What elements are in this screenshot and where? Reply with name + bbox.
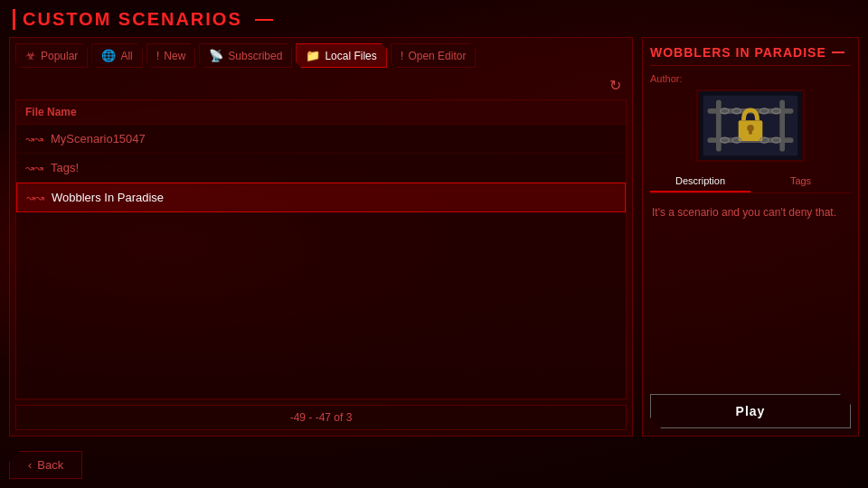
svg-rect-5 [779,100,785,152]
tags-tab-label: Tags [790,175,811,186]
list-item[interactable]: ↝↝ Tags! [16,154,626,183]
editor-exclamation-icon: ! [401,49,404,62]
refresh-row: ↻ [15,75,627,96]
biohazard-icon: ☣ [25,49,36,62]
svg-rect-4 [716,100,722,152]
back-arrow-icon: ‹ [28,458,32,472]
file-row-arrow-icon-3: ↝↝ [26,192,44,204]
exclamation-icon: ! [156,49,160,62]
file-row-arrow-icon-1: ↝↝ [25,133,43,145]
content-area: ☣ Popular 🌐 All ! New 📡 Subscribed 📁 [9,37,859,436]
play-button[interactable]: Play [650,394,851,428]
header: CUSTOM SCENARIOS [9,9,859,30]
list-item-selected[interactable]: ↝↝ Wobblers In Paradise [16,183,626,212]
file-row-name-3: Wobblers In Paradise [52,191,164,204]
satellite-icon: 📡 [209,49,223,62]
tab-tags[interactable]: Tags [750,171,851,192]
description-tab-label: Description [675,175,725,186]
back-button-label: Back [37,458,63,472]
globe-icon: 🌐 [101,49,116,62]
author-label: Author: [650,73,851,84]
pagination: -49 - -47 of 3 [15,405,627,430]
tab-popular[interactable]: ☣ Popular [15,43,88,68]
svg-rect-8 [749,129,752,135]
folder-icon: 📁 [306,49,320,62]
tab-local-files-label: Local Files [325,50,376,62]
tab-subscribed[interactable]: 📡 Subscribed [199,43,292,68]
tab-open-editor-label: Open Editor [408,50,466,62]
description-content: It's a scenario and you can't deny that. [650,201,851,394]
back-button[interactable]: ‹ Back [9,451,82,479]
scenario-title: WOBBLERS IN PARADISE [650,45,851,66]
page-title: CUSTOM SCENARIOS [13,9,273,30]
tab-popular-label: Popular [41,50,78,62]
file-list-body[interactable]: ↝↝ MyScenario15047 ↝↝ Tags! ↝↝ Wobblers … [16,125,626,399]
left-panel: ☣ Popular 🌐 All ! New 📡 Subscribed 📁 [9,37,633,436]
file-name-column-header: File Name [25,106,77,118]
tab-new[interactable]: ! New [146,43,196,68]
file-row-arrow-icon-2: ↝↝ [25,162,43,174]
tabs-row: ☣ Popular 🌐 All ! New 📡 Subscribed 📁 [15,43,627,68]
tab-subscribed-label: Subscribed [228,50,282,62]
tab-description[interactable]: Description [650,171,750,192]
file-row-name-1: MyScenario15047 [51,132,146,145]
file-row-name-2: Tags! [51,161,79,174]
list-item[interactable]: ↝↝ MyScenario15047 [16,125,626,154]
tab-all[interactable]: 🌐 All [91,43,142,68]
tab-local-files[interactable]: 📁 Local Files [296,43,386,68]
file-list-header: File Name [16,100,626,125]
pagination-text: -49 - -47 of 3 [290,411,353,424]
file-list-container: File Name ↝↝ MyScenario15047 ↝↝ Tags! ↝↝… [15,99,627,399]
detail-tabs: Description Tags [650,171,851,193]
scenario-thumbnail [696,89,805,162]
refresh-button[interactable]: ↻ [604,75,627,96]
bottom-bar: ‹ Back [9,444,859,479]
tab-open-editor[interactable]: ! Open Editor [391,43,476,68]
main-container: CUSTOM SCENARIOS ☣ Popular 🌐 All ! New [9,9,859,479]
tab-all-label: All [120,50,132,62]
right-panel: WOBBLERS IN PARADISE Author: [642,37,859,436]
tab-new-label: New [164,50,185,62]
